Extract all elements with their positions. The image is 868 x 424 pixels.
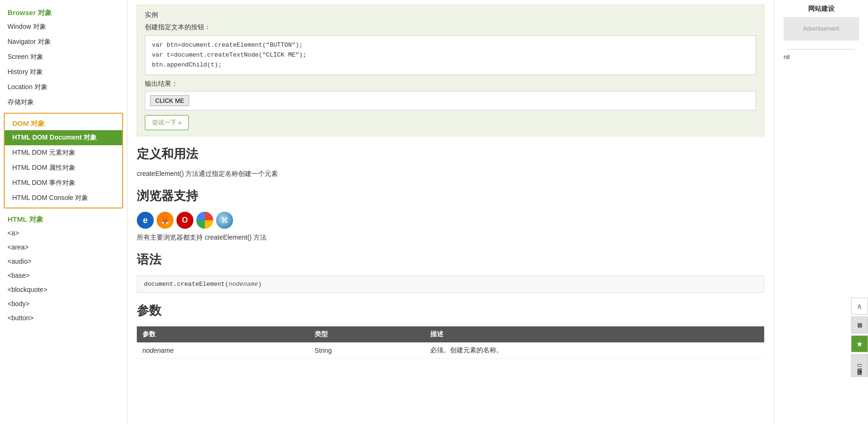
browser-icons-row: e 🦊 O ⌘ bbox=[137, 212, 764, 229]
output-box: CLICK ME bbox=[145, 91, 756, 110]
example-section-label: 实例 bbox=[145, 11, 756, 19]
code-line-3: btn.appendChild(t); bbox=[152, 60, 749, 70]
safari-browser-icon: ⌘ bbox=[216, 212, 233, 229]
params-table: 参数 类型 描述 nodename String 必须。创建元素的名称。 bbox=[137, 326, 764, 359]
chrome-browser-icon bbox=[196, 212, 213, 229]
table-cell-param: nodename bbox=[137, 342, 309, 359]
table-cell-type: String bbox=[309, 342, 425, 359]
right-panel-title: 网站建设 bbox=[808, 5, 835, 13]
dom-section-title: DOM 对象 bbox=[5, 116, 122, 130]
float-buttons: ∧ ▦ ★ 反馈(建议) bbox=[851, 298, 868, 377]
qr-button[interactable]: ▦ bbox=[851, 316, 868, 333]
sidebar-item-storage[interactable]: 存储对象 bbox=[0, 95, 127, 110]
main-content: 实例 创建指定文本的按钮： var btn=document.createEle… bbox=[127, 0, 774, 424]
sidebar-item-dom-event[interactable]: HTML DOM 事件对象 bbox=[5, 175, 122, 191]
table-header-param: 参数 bbox=[137, 326, 309, 342]
sidebar-item-a[interactable]: <a> bbox=[0, 226, 127, 240]
ie-browser-icon: e bbox=[137, 212, 154, 229]
browser-section-title: Browser 对象 bbox=[0, 5, 127, 19]
params-title: 参数 bbox=[137, 302, 764, 322]
sidebar-item-window[interactable]: Window 对象 bbox=[0, 19, 127, 34]
ad-box: Advertisement bbox=[784, 17, 859, 41]
example-intro: 创建指定文本的按钮： bbox=[145, 23, 756, 32]
sidebar-item-button[interactable]: <button> bbox=[0, 311, 127, 325]
click-me-button[interactable]: CLICK ME bbox=[150, 95, 189, 106]
sidebar-item-body[interactable]: <body> bbox=[0, 297, 127, 311]
feedback-button[interactable]: 反馈(建议) bbox=[851, 354, 868, 377]
output-label: 输出结果： bbox=[145, 80, 756, 88]
table-header-desc: 描述 bbox=[425, 326, 764, 342]
try-button[interactable]: 尝试一下 » bbox=[145, 115, 189, 130]
sidebar-item-history[interactable]: History 对象 bbox=[0, 65, 127, 80]
sidebar-item-dom-attr[interactable]: HTML DOM 属性对象 bbox=[5, 160, 122, 175]
syntax-param: nodename bbox=[228, 281, 258, 288]
sidebar-item-base[interactable]: <base> bbox=[0, 268, 127, 283]
browser-support-text: 所有主要浏览器都支持 createElement() 方法 bbox=[137, 233, 764, 242]
opera-browser-icon: O bbox=[176, 212, 193, 229]
sidebar-item-audio[interactable]: <audio> bbox=[0, 254, 127, 268]
scroll-up-button[interactable]: ∧ bbox=[851, 298, 868, 315]
firefox-browser-icon: 🦊 bbox=[157, 212, 174, 229]
browser-support-title: 浏览器支持 bbox=[137, 188, 764, 207]
sidebar-item-dom-console[interactable]: HTML DOM Console 对象 bbox=[5, 191, 122, 206]
code-line-1: var btn=document.createElement("BUTTON")… bbox=[152, 41, 749, 50]
sidebar-item-dom-element[interactable]: HTML DOM 元素对象 bbox=[5, 145, 122, 160]
html-section-title: HTML 对象 bbox=[0, 211, 127, 226]
syntax-box: document.createElement(nodename) bbox=[137, 275, 764, 293]
sidebar-item-screen[interactable]: Screen 对象 bbox=[0, 50, 127, 65]
definition-text: createElement() 方法通过指定名称创建一个元素 bbox=[137, 170, 764, 178]
sidebar-item-blockquote[interactable]: <blockquote> bbox=[0, 283, 127, 297]
example-box: 实例 创建指定文本的按钮： var btn=document.createEle… bbox=[137, 5, 764, 136]
sidebar-item-dom-document[interactable]: HTML DOM Document 对象 bbox=[5, 130, 122, 145]
sidebar-item-location[interactable]: Location 对象 bbox=[0, 80, 127, 95]
ad-label: Advertisement bbox=[803, 25, 839, 32]
dom-group: DOM 对象 HTML DOM Document 对象 HTML DOM 元素对… bbox=[4, 113, 123, 208]
definition-title: 定义和用法 bbox=[137, 146, 764, 165]
table-header-type: 类型 bbox=[309, 326, 425, 342]
syntax-title: 语法 bbox=[137, 251, 764, 271]
example-code: var btn=document.createElement("BUTTON")… bbox=[145, 35, 756, 75]
table-row: nodename String 必须。创建元素的名称。 bbox=[137, 342, 764, 359]
nil-text: nil bbox=[784, 53, 790, 60]
right-divider bbox=[787, 49, 855, 50]
star-button[interactable]: ★ bbox=[851, 335, 868, 352]
sidebar-item-navigator[interactable]: Navigator 对象 bbox=[0, 34, 127, 50]
browser-items-list: Window 对象 Navigator 对象 Screen 对象 History… bbox=[0, 19, 127, 110]
sidebar: Browser 对象 Window 对象 Navigator 对象 Screen… bbox=[0, 0, 127, 424]
code-line-2: var t=document.createTextNode("CLICK ME"… bbox=[152, 50, 749, 60]
table-cell-desc: 必须。创建元素的名称。 bbox=[425, 342, 764, 359]
sidebar-item-area[interactable]: <area> bbox=[0, 240, 127, 254]
html-items-list: <a> <area> <audio> <base> <blockquote> <… bbox=[0, 226, 127, 325]
